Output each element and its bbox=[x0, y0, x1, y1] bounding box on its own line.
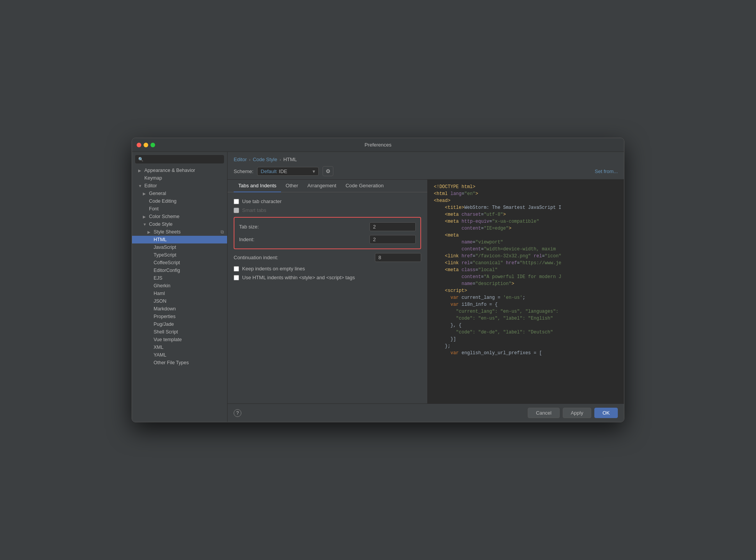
code-token: <html bbox=[434, 191, 450, 197]
code-line: "current_lang": "en-us", "languages": bbox=[428, 308, 624, 315]
help-button[interactable]: ? bbox=[234, 409, 241, 417]
indent-input[interactable] bbox=[370, 235, 416, 244]
close-button[interactable] bbox=[137, 143, 141, 147]
code-line: <!DOCTYPE html> bbox=[428, 183, 624, 190]
code-token: }] bbox=[434, 337, 456, 342]
scheme-select[interactable]: Default IDE ▾ bbox=[257, 167, 319, 176]
smart-tabs-checkbox[interactable] bbox=[234, 208, 239, 213]
maximize-button[interactable] bbox=[151, 143, 155, 147]
sidebar-item-haml[interactable]: ▶ Haml bbox=[132, 290, 227, 297]
continuation-indent-label: Continuation indent: bbox=[234, 255, 375, 260]
code-token bbox=[434, 309, 456, 314]
code-token: <title> bbox=[445, 205, 464, 210]
code-token: <meta bbox=[445, 267, 462, 273]
sidebar-item-vue-template[interactable]: ▶ Vue template bbox=[132, 336, 227, 343]
minimize-button[interactable] bbox=[144, 143, 148, 147]
use-html-indents-row: Use HTML indents within <style> and <scr… bbox=[234, 275, 421, 280]
sidebar-item-label: Font bbox=[149, 206, 159, 212]
indent-highlight-box: Tab size: Indent: bbox=[234, 217, 421, 249]
use-tab-character-row: Use tab character bbox=[234, 198, 421, 204]
panel-body: Tabs and Indents Other Arrangement Code … bbox=[227, 180, 624, 403]
sidebar-item-yaml[interactable]: ▶ YAML bbox=[132, 351, 227, 359]
continuation-indent-input[interactable] bbox=[375, 253, 421, 262]
code-token: <meta bbox=[445, 219, 462, 224]
main-content: 🔍 ▶ Appearance & Behavior ▶ Keymap ▼ Edi… bbox=[132, 152, 624, 422]
sidebar-item-coffeescript[interactable]: ▶ CoffeeScript bbox=[132, 259, 227, 267]
sidebar-item-general[interactable]: ▶ General bbox=[132, 190, 227, 197]
tab-arrangement[interactable]: Arrangement bbox=[303, 180, 341, 192]
code-token: "width=device-width, maxim bbox=[484, 247, 556, 252]
code-token: lang bbox=[450, 191, 462, 197]
sidebar-item-shell-script[interactable]: ▶ Shell Script bbox=[132, 328, 227, 336]
sidebar-item-color-scheme[interactable]: ▶ Color Scheme bbox=[132, 213, 227, 220]
sidebar-item-gherkin[interactable]: ▶ Gherkin bbox=[132, 282, 227, 290]
copy-icon[interactable]: ⧉ bbox=[221, 229, 224, 235]
sidebar-item-label: CoffeeScript bbox=[154, 260, 180, 265]
code-token: }, { bbox=[434, 323, 462, 328]
sidebar-item-typescript[interactable]: ▶ TypeScript bbox=[132, 251, 227, 259]
code-token: = bbox=[481, 226, 483, 231]
use-tab-character-checkbox[interactable] bbox=[234, 199, 239, 204]
tab-other[interactable]: Other bbox=[281, 180, 303, 192]
code-token: var bbox=[450, 302, 462, 307]
keep-indents-checkbox[interactable] bbox=[234, 266, 239, 272]
sidebar-item-editorconfig[interactable]: ▶ EditorConfig bbox=[132, 267, 227, 274]
code-line: <script> bbox=[428, 287, 624, 294]
code-token bbox=[434, 281, 462, 287]
apply-button[interactable]: Apply bbox=[563, 408, 592, 418]
ok-button[interactable]: OK bbox=[594, 408, 618, 418]
code-token: "IE=edge" bbox=[484, 226, 509, 231]
tab-tabs-and-indents[interactable]: Tabs and Indents bbox=[234, 180, 281, 192]
sidebar-item-code-style[interactable]: ▼ Code Style bbox=[132, 220, 227, 228]
panel-header: Editor › Code Style › HTML Scheme: Defau… bbox=[227, 152, 624, 180]
code-token: content bbox=[462, 247, 481, 252]
breadcrumb-code-style[interactable]: Code Style bbox=[253, 157, 278, 162]
code-token bbox=[434, 330, 456, 335]
code-line: var current_lang = 'en-us'; bbox=[428, 294, 624, 301]
search-icon: 🔍 bbox=[138, 157, 144, 162]
code-token: > bbox=[512, 281, 514, 287]
sidebar-item-label: XML bbox=[154, 345, 164, 350]
sidebar-item-font[interactable]: ▶ Font bbox=[132, 205, 227, 213]
sidebar-item-label: Pug/Jade bbox=[154, 322, 174, 327]
sidebar-item-code-editing[interactable]: ▶ Code Editing bbox=[132, 197, 227, 205]
sidebar-item-label: Code Editing bbox=[149, 198, 177, 204]
code-token: > bbox=[475, 191, 478, 197]
code-token bbox=[434, 350, 450, 356]
breadcrumb-editor[interactable]: Editor bbox=[234, 157, 247, 162]
sidebar-item-json[interactable]: ▶ JSON bbox=[132, 297, 227, 305]
gear-button[interactable]: ⚙ bbox=[323, 166, 333, 176]
tabs-bar: Tabs and Indents Other Arrangement Code … bbox=[227, 180, 427, 192]
tab-size-label: Tab size: bbox=[239, 224, 370, 230]
sidebar-item-pug-jade[interactable]: ▶ Pug/Jade bbox=[132, 320, 227, 328]
traffic-lights bbox=[137, 143, 155, 147]
code-token bbox=[434, 288, 445, 293]
sidebar-item-properties[interactable]: ▶ Properties bbox=[132, 313, 227, 320]
code-token bbox=[434, 260, 445, 266]
sidebar-item-markdown[interactable]: ▶ Markdown bbox=[132, 305, 227, 313]
sidebar-item-javascript[interactable]: ▶ JavaScript bbox=[132, 243, 227, 251]
code-token: current_lang = bbox=[462, 295, 503, 300]
sidebar-item-editor[interactable]: ▼ Editor bbox=[132, 182, 227, 190]
use-html-indents-checkbox[interactable] bbox=[234, 275, 239, 280]
code-token: "https://www.je bbox=[520, 260, 561, 266]
sidebar-item-ejs[interactable]: ▶ EJS bbox=[132, 274, 227, 282]
sidebar-item-xml[interactable]: ▶ XML bbox=[132, 343, 227, 351]
code-token bbox=[434, 219, 445, 224]
sidebar-item-other-file-types[interactable]: ▶ Other File Types bbox=[132, 359, 227, 367]
sidebar-item-html[interactable]: ▶ HTML bbox=[132, 236, 227, 243]
code-token: "current_lang": "en-us", "languages": bbox=[456, 309, 559, 314]
code-token: "canonical" bbox=[473, 260, 506, 266]
tab-code-generation[interactable]: Code Generation bbox=[341, 180, 388, 192]
sidebar-item-keymap[interactable]: ▶ Keymap bbox=[132, 174, 227, 182]
tab-size-input[interactable] bbox=[370, 222, 416, 231]
search-input[interactable] bbox=[146, 157, 221, 162]
set-from-link[interactable]: Set from... bbox=[595, 168, 618, 174]
code-line: <link rel="canonical" href="https://www.… bbox=[428, 260, 624, 267]
code-line: content="A powerful IDE for modern J bbox=[428, 273, 624, 280]
sidebar-item-style-sheets[interactable]: ▶ Style Sheets ⧉ bbox=[132, 228, 227, 236]
cancel-button[interactable]: Cancel bbox=[528, 408, 559, 418]
sidebar-item-appearance-behavior[interactable]: ▶ Appearance & Behavior bbox=[132, 167, 227, 174]
search-bar[interactable]: 🔍 bbox=[135, 155, 224, 163]
code-line: var i18n_info = { bbox=[428, 301, 624, 308]
